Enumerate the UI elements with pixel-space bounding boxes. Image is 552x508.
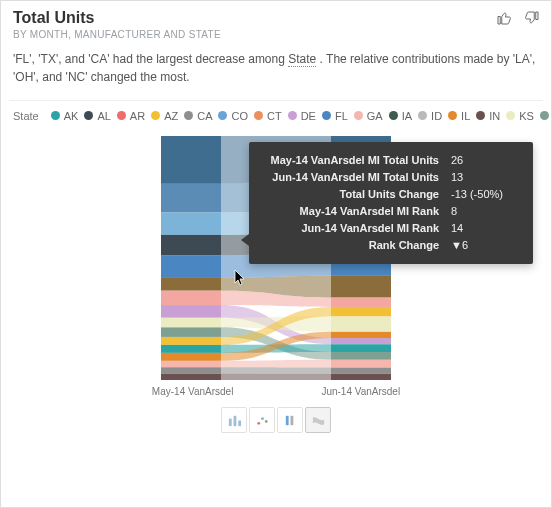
divider <box>9 100 543 101</box>
svg-rect-31 <box>331 374 391 380</box>
svg-rect-4 <box>161 213 221 235</box>
svg-rect-39 <box>290 415 293 424</box>
legend-item[interactable]: IA <box>389 110 412 122</box>
thumbs-up-icon[interactable] <box>495 9 513 31</box>
legend-item[interactable]: AL <box>84 110 110 122</box>
thumbs-down-icon[interactable] <box>523 9 541 31</box>
svg-rect-21 <box>331 307 391 316</box>
tooltip-value: ▼6 <box>451 237 521 254</box>
legend-swatch <box>322 111 331 120</box>
tooltip-label: Jun-14 VanArsdel MI Total Units <box>261 169 439 186</box>
svg-rect-16 <box>161 318 221 328</box>
narrative-link[interactable]: State <box>288 52 316 67</box>
legend-item[interactable]: AR <box>117 110 145 122</box>
legend-swatch <box>218 111 227 120</box>
svg-rect-13 <box>331 298 391 307</box>
legend-item[interactable]: IN <box>476 110 500 122</box>
legend-item[interactable]: CA <box>184 110 212 122</box>
legend-item[interactable]: CO <box>218 110 248 122</box>
legend-label: AR <box>130 110 145 122</box>
legend-label: CT <box>267 110 282 122</box>
legend: State AKALARAZCACOCTDEFLGAIAIDILINKSKYLA… <box>1 109 551 124</box>
tooltip-row: Jun-14 VanArsdel MI Rank14 <box>261 220 521 237</box>
mode-bar-chart-icon[interactable] <box>221 407 247 433</box>
legend-label: AL <box>97 110 110 122</box>
chart-area: May-14 VanArsdel Jun-14 VanArsdel May-14… <box>1 124 551 433</box>
svg-rect-33 <box>233 415 236 425</box>
legend-item[interactable]: KS <box>506 110 534 122</box>
svg-rect-19 <box>331 352 391 360</box>
legend-label: IA <box>402 110 412 122</box>
svg-rect-18 <box>161 327 221 337</box>
narrative-pre: 'FL', 'TX', and 'CA' had the largest dec… <box>13 52 288 66</box>
svg-point-37 <box>264 420 267 423</box>
svg-point-36 <box>261 417 264 420</box>
svg-rect-32 <box>228 418 231 426</box>
mouse-cursor-icon <box>233 269 247 291</box>
datapoint-tooltip: May-14 VanArsdel MI Total Units26Jun-14 … <box>249 142 533 264</box>
svg-rect-24 <box>161 353 221 361</box>
svg-rect-22 <box>161 345 221 353</box>
tooltip-value: 26 <box>451 152 521 169</box>
legend-label: DE <box>301 110 316 122</box>
svg-rect-26 <box>161 361 221 367</box>
svg-rect-29 <box>331 368 391 374</box>
legend-title: State <box>13 110 39 122</box>
legend-swatch <box>51 111 60 120</box>
svg-rect-15 <box>331 338 391 344</box>
tooltip-row: Rank Change▼6 <box>261 237 521 254</box>
svg-rect-23 <box>331 344 391 352</box>
x-label-left: May-14 VanArsdel <box>152 386 234 397</box>
mode-scatter-icon[interactable] <box>249 407 275 433</box>
chart-header: Total Units BY MONTH, MANUFACTURER AND S… <box>1 1 551 42</box>
svg-rect-11 <box>331 276 391 298</box>
svg-rect-0 <box>161 136 221 184</box>
legend-swatch <box>476 111 485 120</box>
svg-rect-2 <box>161 184 221 213</box>
tooltip-value: 13 <box>451 169 521 186</box>
tooltip-row: May-14 VanArsdel MI Total Units26 <box>261 152 521 169</box>
legend-swatch <box>117 111 126 120</box>
legend-item[interactable]: DE <box>288 110 316 122</box>
legend-item[interactable]: IL <box>448 110 470 122</box>
legend-swatch <box>418 111 427 120</box>
legend-item[interactable]: CT <box>254 110 282 122</box>
legend-item[interactable]: ID <box>418 110 442 122</box>
narrative-text: 'FL', 'TX', and 'CA' had the largest dec… <box>1 42 551 96</box>
legend-swatch <box>506 111 515 120</box>
legend-label: CO <box>231 110 248 122</box>
tooltip-label: May-14 VanArsdel MI Rank <box>261 203 439 220</box>
svg-rect-12 <box>161 291 221 305</box>
svg-rect-28 <box>161 367 221 373</box>
tooltip-label: Jun-14 VanArsdel MI Rank <box>261 220 439 237</box>
mode-column-icon[interactable] <box>277 407 303 433</box>
legend-swatch <box>151 111 160 120</box>
legend-label: IN <box>489 110 500 122</box>
legend-label: GA <box>367 110 383 122</box>
svg-point-35 <box>257 421 260 424</box>
legend-item[interactable]: AK <box>51 110 79 122</box>
legend-label: FL <box>335 110 348 122</box>
tooltip-label: Total Units Change <box>261 186 439 203</box>
legend-swatch <box>389 111 398 120</box>
tooltip-value: 14 <box>451 220 521 237</box>
svg-rect-34 <box>238 420 241 426</box>
legend-item[interactable]: KY <box>540 110 551 122</box>
tooltip-value: -13 (-50%) <box>451 186 521 203</box>
x-axis-labels: May-14 VanArsdel Jun-14 VanArsdel <box>13 386 539 397</box>
legend-item[interactable]: GA <box>354 110 383 122</box>
legend-swatch <box>254 111 263 120</box>
legend-item[interactable]: FL <box>322 110 348 122</box>
legend-label: AZ <box>164 110 178 122</box>
mode-ribbon-icon[interactable] <box>305 407 331 433</box>
page-title: Total Units <box>13 9 539 27</box>
legend-swatch <box>540 111 549 120</box>
x-label-right: Jun-14 VanArsdel <box>321 386 400 397</box>
tooltip-label: Rank Change <box>261 237 439 254</box>
legend-item[interactable]: AZ <box>151 110 178 122</box>
legend-swatch <box>448 111 457 120</box>
tooltip-value: 8 <box>451 203 521 220</box>
legend-swatch <box>84 111 93 120</box>
legend-label: IL <box>461 110 470 122</box>
legend-label: ID <box>431 110 442 122</box>
